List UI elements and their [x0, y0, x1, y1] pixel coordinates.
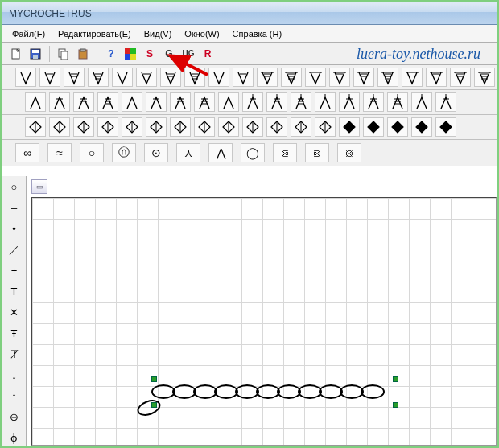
- stitch-v-7[interactable]: [184, 68, 205, 87]
- tool-t[interactable]: T: [6, 284, 23, 300]
- tool-plus[interactable]: +: [6, 263, 23, 279]
- stitch-v-14[interactable]: [353, 68, 374, 87]
- stitch-a-6[interactable]: [170, 92, 191, 112]
- stitch-diamond-5[interactable]: [146, 117, 167, 137]
- sym-circle-n[interactable]: ⓝ: [112, 143, 136, 162]
- stitch-a-9[interactable]: [242, 92, 263, 112]
- sym-bulb1[interactable]: ⦻: [273, 143, 297, 162]
- selection-handle[interactable]: [393, 376, 398, 382]
- stitch-a-14[interactable]: [363, 92, 384, 112]
- menu-edit[interactable]: Редактировать(E): [53, 27, 136, 40]
- mode-ug-button[interactable]: UG: [179, 45, 197, 63]
- tool-dash[interactable]: –: [6, 200, 23, 216]
- stitch-diamond-8[interactable]: [218, 117, 239, 137]
- stitch-v-2[interactable]: [64, 68, 85, 87]
- drawing-canvas[interactable]: [31, 197, 497, 446]
- tool-cross[interactable]: ✕: [6, 305, 23, 321]
- stitch-a-15[interactable]: [387, 92, 408, 112]
- stitch-v-12[interactable]: [305, 68, 326, 87]
- selection-handle[interactable]: [151, 376, 157, 382]
- sym-bulb2[interactable]: ⦻: [305, 143, 329, 162]
- stitch-diamond-11[interactable]: [291, 117, 311, 137]
- stitch-a-10[interactable]: [266, 92, 287, 112]
- chain-stitch-object[interactable]: [155, 384, 385, 399]
- tool-looped[interactable]: ɸ: [6, 430, 23, 446]
- stitch-diamond-13[interactable]: [339, 117, 360, 137]
- save-button[interactable]: [27, 45, 44, 63]
- stitch-a-7[interactable]: [194, 92, 215, 112]
- stitch-v-19[interactable]: [474, 68, 495, 87]
- stitch-v-9[interactable]: [233, 68, 254, 87]
- document-tab[interactable]: ▭: [31, 179, 47, 194]
- stitch-a-8[interactable]: [218, 92, 239, 112]
- selection-handle[interactable]: [151, 402, 157, 408]
- color-palette-button[interactable]: [122, 45, 139, 63]
- stitch-v-1[interactable]: [39, 68, 60, 87]
- stitch-v-0[interactable]: [15, 68, 36, 87]
- sym-circle-dot[interactable]: ⊙: [144, 143, 168, 162]
- stitch-v-4[interactable]: [112, 68, 133, 87]
- sym-lambda[interactable]: ⋏: [176, 143, 200, 162]
- stitch-a-11[interactable]: [291, 92, 311, 112]
- stitch-a-5[interactable]: [146, 92, 167, 112]
- menu-view[interactable]: Вид(V): [139, 27, 177, 40]
- stitch-v-13[interactable]: [329, 68, 350, 87]
- stitch-a-13[interactable]: [339, 92, 360, 112]
- stitch-v-16[interactable]: [402, 68, 423, 87]
- stitch-diamond-0[interactable]: [25, 117, 46, 137]
- sym-A[interactable]: ⋀: [208, 143, 233, 162]
- tool-dot[interactable]: •: [6, 221, 23, 237]
- menu-window[interactable]: Окно(W): [179, 27, 224, 40]
- stitch-diamond-2[interactable]: [73, 117, 94, 137]
- stitch-a-4[interactable]: [122, 92, 142, 112]
- stitch-diamond-9[interactable]: [242, 117, 263, 137]
- tool-circle-line[interactable]: ⊖: [6, 409, 23, 425]
- stitch-diamond-14[interactable]: [363, 117, 384, 137]
- selection-handle[interactable]: [393, 402, 398, 408]
- stitch-v-17[interactable]: [426, 68, 447, 87]
- stitch-v-8[interactable]: [208, 68, 229, 87]
- help-button[interactable]: ?: [102, 45, 120, 63]
- stitch-diamond-12[interactable]: [315, 117, 336, 137]
- stitch-a-3[interactable]: [97, 92, 118, 112]
- stitch-v-11[interactable]: [281, 68, 302, 87]
- stitch-a-17[interactable]: [435, 92, 456, 112]
- new-file-button[interactable]: [7, 45, 25, 63]
- tool-arrow-up[interactable]: ↑: [6, 388, 23, 404]
- stitch-v-15[interactable]: [377, 68, 398, 87]
- paste-button[interactable]: [74, 45, 92, 63]
- stitch-diamond-10[interactable]: [266, 117, 287, 137]
- stitch-v-6[interactable]: [160, 68, 181, 87]
- stitch-diamond-17[interactable]: [435, 117, 456, 137]
- stitch-a-0[interactable]: [25, 92, 46, 112]
- sym-infinity[interactable]: ∞: [15, 143, 39, 162]
- stitch-v-18[interactable]: [450, 68, 471, 87]
- stitch-a-12[interactable]: [315, 92, 336, 112]
- tool-oval[interactable]: ○: [6, 179, 23, 195]
- copy-button[interactable]: [55, 45, 72, 63]
- menu-help[interactable]: Справка (H): [228, 27, 287, 40]
- stitch-diamond-15[interactable]: [387, 117, 408, 137]
- stitch-a-2[interactable]: [73, 92, 94, 112]
- tool-tri-t[interactable]: Ⱦ: [6, 346, 23, 362]
- sym-bulb3[interactable]: ⦻: [337, 143, 361, 162]
- stitch-v-5[interactable]: [136, 68, 157, 87]
- tool-line[interactable]: ／: [6, 242, 23, 258]
- stitch-v-10[interactable]: [257, 68, 278, 87]
- tool-dbl-t[interactable]: Ŧ: [6, 326, 23, 342]
- stitch-diamond-1[interactable]: [49, 117, 70, 137]
- sym-approx[interactable]: ≈: [47, 143, 72, 162]
- stitch-diamond-3[interactable]: [97, 117, 118, 137]
- sym-oval[interactable]: ◯: [241, 143, 265, 162]
- stitch-v-3[interactable]: [88, 68, 109, 87]
- mode-r-button[interactable]: R: [199, 45, 217, 63]
- mode-s-button[interactable]: S: [141, 45, 159, 63]
- chain-tail-oval[interactable]: [135, 397, 163, 418]
- stitch-diamond-6[interactable]: [170, 117, 191, 137]
- menu-file[interactable]: Файл(F): [7, 27, 50, 40]
- sym-circle[interactable]: ○: [80, 143, 104, 162]
- mode-g-button[interactable]: G: [160, 45, 178, 63]
- stitch-a-1[interactable]: [49, 92, 70, 112]
- stitch-diamond-16[interactable]: [411, 117, 432, 137]
- stitch-a-16[interactable]: [411, 92, 432, 112]
